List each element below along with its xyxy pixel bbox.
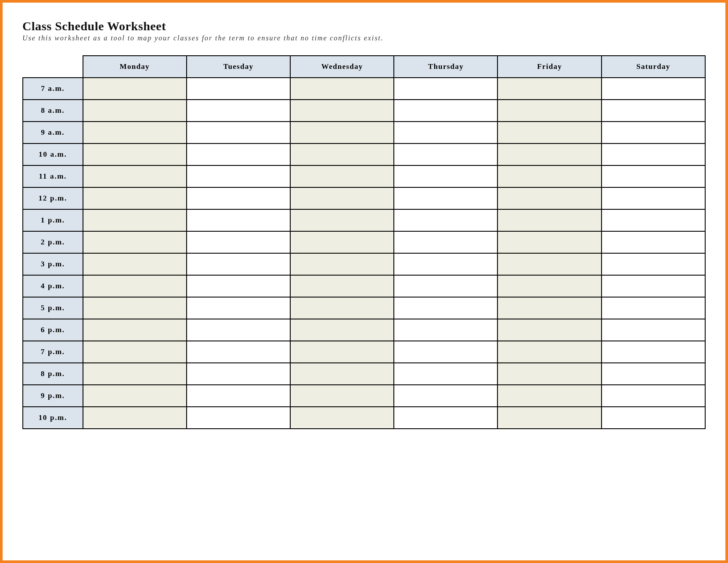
schedule-cell[interactable] bbox=[290, 100, 394, 122]
schedule-cell[interactable] bbox=[83, 319, 187, 341]
schedule-cell[interactable] bbox=[394, 407, 497, 429]
schedule-cell[interactable] bbox=[394, 100, 497, 122]
schedule-cell[interactable] bbox=[602, 143, 705, 165]
schedule-cell[interactable] bbox=[83, 253, 187, 275]
schedule-cell[interactable] bbox=[497, 143, 601, 165]
schedule-cell[interactable] bbox=[83, 187, 187, 209]
schedule-cell[interactable] bbox=[187, 319, 290, 341]
schedule-cell[interactable] bbox=[290, 407, 394, 429]
schedule-cell[interactable] bbox=[602, 209, 705, 231]
schedule-cell[interactable] bbox=[187, 209, 290, 231]
schedule-cell[interactable] bbox=[83, 165, 187, 187]
schedule-cell[interactable] bbox=[290, 385, 394, 407]
schedule-cell[interactable] bbox=[83, 209, 187, 231]
schedule-cell[interactable] bbox=[83, 363, 187, 385]
schedule-cell[interactable] bbox=[290, 165, 394, 187]
schedule-cell[interactable] bbox=[394, 385, 497, 407]
schedule-cell[interactable] bbox=[602, 385, 705, 407]
schedule-cell[interactable] bbox=[83, 341, 187, 363]
schedule-cell[interactable] bbox=[290, 209, 394, 231]
schedule-cell[interactable] bbox=[497, 165, 601, 187]
schedule-cell[interactable] bbox=[394, 209, 497, 231]
schedule-cell[interactable] bbox=[602, 165, 705, 187]
schedule-cell[interactable] bbox=[394, 165, 497, 187]
schedule-cell[interactable] bbox=[497, 363, 601, 385]
schedule-cell[interactable] bbox=[602, 253, 705, 275]
schedule-cell[interactable] bbox=[602, 275, 705, 297]
schedule-cell[interactable] bbox=[497, 100, 601, 122]
schedule-cell[interactable] bbox=[187, 143, 290, 165]
schedule-cell[interactable] bbox=[290, 341, 394, 363]
schedule-cell[interactable] bbox=[394, 187, 497, 209]
schedule-cell[interactable] bbox=[187, 253, 290, 275]
schedule-cell[interactable] bbox=[83, 100, 187, 122]
schedule-cell[interactable] bbox=[290, 363, 394, 385]
schedule-cell[interactable] bbox=[602, 297, 705, 319]
schedule-cell[interactable] bbox=[394, 231, 497, 253]
schedule-cell[interactable] bbox=[394, 122, 497, 143]
schedule-cell[interactable] bbox=[187, 341, 290, 363]
schedule-cell[interactable] bbox=[497, 341, 601, 363]
schedule-cell[interactable] bbox=[497, 187, 601, 209]
schedule-cell[interactable] bbox=[187, 165, 290, 187]
table-row: 8 a.m. bbox=[23, 100, 705, 122]
schedule-cell[interactable] bbox=[394, 143, 497, 165]
schedule-cell[interactable] bbox=[290, 187, 394, 209]
schedule-cell[interactable] bbox=[187, 363, 290, 385]
schedule-cell[interactable] bbox=[290, 275, 394, 297]
schedule-cell[interactable] bbox=[602, 231, 705, 253]
schedule-cell[interactable] bbox=[290, 231, 394, 253]
schedule-cell[interactable] bbox=[83, 143, 187, 165]
schedule-cell[interactable] bbox=[497, 275, 601, 297]
schedule-cell[interactable] bbox=[187, 187, 290, 209]
schedule-cell[interactable] bbox=[602, 341, 705, 363]
schedule-cell[interactable] bbox=[497, 231, 601, 253]
schedule-cell[interactable] bbox=[290, 319, 394, 341]
schedule-cell[interactable] bbox=[187, 407, 290, 429]
schedule-cell[interactable] bbox=[83, 78, 187, 100]
schedule-cell[interactable] bbox=[187, 100, 290, 122]
schedule-cell[interactable] bbox=[394, 363, 497, 385]
schedule-cell[interactable] bbox=[394, 341, 497, 363]
schedule-cell[interactable] bbox=[602, 187, 705, 209]
schedule-cell[interactable] bbox=[83, 122, 187, 143]
schedule-cell[interactable] bbox=[187, 78, 290, 100]
schedule-cell[interactable] bbox=[187, 297, 290, 319]
schedule-cell[interactable] bbox=[394, 275, 497, 297]
schedule-cell[interactable] bbox=[602, 407, 705, 429]
schedule-cell[interactable] bbox=[83, 407, 187, 429]
schedule-cell[interactable] bbox=[394, 319, 497, 341]
schedule-cell[interactable] bbox=[497, 407, 601, 429]
schedule-cell[interactable] bbox=[497, 209, 601, 231]
schedule-cell[interactable] bbox=[187, 122, 290, 143]
schedule-cell[interactable] bbox=[394, 78, 497, 100]
schedule-cell[interactable] bbox=[187, 385, 290, 407]
schedule-cell[interactable] bbox=[602, 122, 705, 143]
table-row: 10 p.m. bbox=[23, 407, 705, 429]
schedule-cell[interactable] bbox=[290, 78, 394, 100]
schedule-cell[interactable] bbox=[394, 253, 497, 275]
schedule-cell[interactable] bbox=[602, 319, 705, 341]
schedule-cell[interactable] bbox=[83, 297, 187, 319]
schedule-cell[interactable] bbox=[497, 385, 601, 407]
schedule-cell[interactable] bbox=[290, 143, 394, 165]
time-header: 9 p.m. bbox=[23, 385, 83, 407]
schedule-cell[interactable] bbox=[83, 385, 187, 407]
schedule-cell[interactable] bbox=[602, 100, 705, 122]
schedule-cell[interactable] bbox=[394, 297, 497, 319]
schedule-cell[interactable] bbox=[497, 253, 601, 275]
schedule-cell[interactable] bbox=[602, 78, 705, 100]
schedule-cell[interactable] bbox=[290, 122, 394, 143]
schedule-cell[interactable] bbox=[83, 231, 187, 253]
schedule-cell[interactable] bbox=[497, 319, 601, 341]
schedule-cell[interactable] bbox=[497, 122, 601, 143]
schedule-cell[interactable] bbox=[497, 297, 601, 319]
schedule-table: Monday Tuesday Wednesday Thursday Friday… bbox=[22, 55, 706, 429]
schedule-cell[interactable] bbox=[187, 275, 290, 297]
schedule-cell[interactable] bbox=[290, 253, 394, 275]
schedule-cell[interactable] bbox=[83, 275, 187, 297]
schedule-cell[interactable] bbox=[290, 297, 394, 319]
schedule-cell[interactable] bbox=[187, 231, 290, 253]
schedule-cell[interactable] bbox=[497, 78, 601, 100]
schedule-cell[interactable] bbox=[602, 363, 705, 385]
